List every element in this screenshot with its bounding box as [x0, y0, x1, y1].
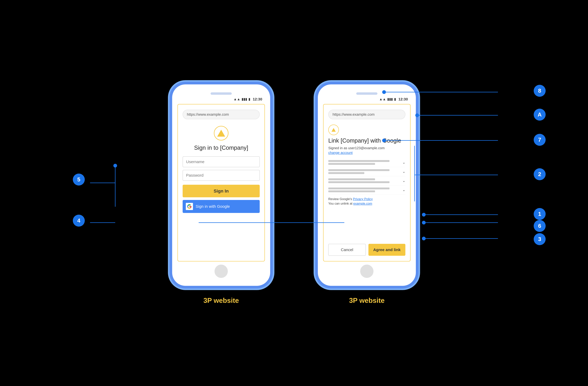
- company-triangle-icon: [217, 130, 225, 136]
- perm-line: [328, 187, 389, 189]
- status-time: 12:30: [253, 97, 262, 101]
- phone1-sign-in-title: Sign in to [Company]: [194, 144, 248, 151]
- signal-icon-2: ▮▮▮: [387, 97, 393, 101]
- privacy-policy-link[interactable]: Privacy Policy: [353, 197, 373, 201]
- phone2-home-button[interactable]: [360, 265, 374, 278]
- main-container: ▲▲ ▮▮▮ ▮ 12:30 https://www.example.com S…: [0, 0, 588, 386]
- phone2-wrapper: ▲▲ ▮▮▮ ▮ 12:30 https://www.example.com L…: [315, 82, 419, 304]
- phone2: ▲▲ ▮▮▮ ▮ 12:30 https://www.example.com L…: [315, 82, 419, 289]
- badge-7: 7: [534, 134, 546, 146]
- link-title: Link [Company] with Google: [328, 137, 405, 144]
- policy-prefix: Review Google's: [328, 197, 353, 201]
- badge-1: 1: [534, 208, 546, 220]
- status-icons: ▲▲ ▮▮▮ ▮: [233, 97, 250, 101]
- svg-point-17: [422, 237, 426, 240]
- status-icons-2: ▲▲ ▮▮▮ ▮: [379, 97, 396, 101]
- permission-item-3: ⌄: [328, 176, 405, 185]
- password-input[interactable]: [183, 170, 260, 181]
- permission-item-1: ⌄: [328, 158, 405, 167]
- battery-icon: ▮: [249, 97, 250, 101]
- phone2-label: 3P website: [349, 296, 385, 304]
- badge-5: 5: [73, 174, 85, 185]
- chevron-icon-1: ⌄: [402, 160, 405, 165]
- phone1-status-bar: ▲▲ ▮▮▮ ▮ 12:30: [177, 97, 265, 101]
- change-account-link[interactable]: change account: [328, 151, 405, 155]
- cancel-button[interactable]: Cancel: [328, 244, 366, 256]
- chevron-icon-3: ⌄: [402, 179, 405, 183]
- svg-point-18: [113, 164, 117, 167]
- perm-line: [328, 169, 389, 171]
- username-input[interactable]: [183, 156, 260, 167]
- sign-in-button[interactable]: Sign In: [183, 185, 260, 197]
- wifi-icon-2: ▲▲: [379, 97, 386, 101]
- permission-list: ⌄ ⌄ ⌄: [328, 158, 405, 195]
- chevron-icon-4: ⌄: [402, 188, 405, 192]
- wifi-icon: ▲▲: [233, 97, 240, 101]
- battery-icon-2: ▮: [394, 97, 396, 101]
- phone1-company-logo: [214, 126, 229, 140]
- phone1-wrapper: ▲▲ ▮▮▮ ▮ 12:30 https://www.example.com S…: [169, 82, 273, 304]
- perm-line: [328, 172, 364, 174]
- badge-6: 6: [534, 220, 546, 232]
- permission-item-2: ⌄: [328, 167, 405, 176]
- signed-in-text: Signed in as user123@example.com: [328, 146, 405, 150]
- badge-A: A: [534, 109, 546, 121]
- chevron-icon-2: ⌄: [402, 169, 405, 174]
- phone2-screen: https://www.example.com Link [Company] w…: [323, 104, 411, 261]
- phone1-screen: https://www.example.com Sign in to [Comp…: [177, 104, 265, 261]
- phone1: ▲▲ ▮▮▮ ▮ 12:30 https://www.example.com S…: [169, 82, 273, 289]
- phone1-home-button[interactable]: [214, 265, 228, 278]
- svg-point-13: [422, 213, 426, 217]
- perm-line: [328, 163, 375, 165]
- phone1-label: 3P website: [203, 296, 239, 304]
- perm-lines-3: [328, 178, 400, 183]
- perm-lines-4: [328, 187, 400, 192]
- permission-item-4: ⌄: [328, 185, 405, 195]
- phone2-url-bar[interactable]: https://www.example.com: [328, 110, 405, 119]
- google-btn-label: Sign in with Google: [196, 204, 230, 209]
- perm-line: [328, 160, 389, 162]
- signal-icon: ▮▮▮: [242, 97, 247, 101]
- google-sign-in-button[interactable]: Sign in with Google: [183, 200, 260, 213]
- badge-2: 2: [534, 168, 546, 180]
- phone2-notch: [356, 92, 378, 95]
- action-buttons: Cancel Agree and link: [328, 244, 405, 256]
- badge-8: 8: [534, 85, 546, 97]
- unlink-text: You can unlink at example.com: [328, 202, 405, 205]
- perm-line: [328, 181, 389, 183]
- annotation-lines: [0, 0, 588, 386]
- badge-4: 4: [73, 215, 85, 227]
- perm-lines-2: [328, 169, 400, 174]
- unlink-site-link[interactable]: example.com: [353, 202, 372, 205]
- company-triangle-sm: [332, 128, 336, 132]
- phone2-company-logo: [328, 125, 339, 135]
- google-icon-wrap: [186, 203, 193, 210]
- agree-link-button[interactable]: Agree and link: [368, 244, 405, 256]
- status-time-2: 12:30: [398, 97, 408, 101]
- google-g-icon: [187, 204, 192, 209]
- badge-3: 3: [534, 233, 546, 245]
- perm-line: [328, 178, 375, 180]
- svg-point-15: [422, 221, 426, 225]
- phone1-url-bar[interactable]: https://www.example.com: [183, 110, 260, 119]
- perm-lines-1: [328, 160, 400, 165]
- phone2-status-bar: ▲▲ ▮▮▮ ▮ 12:30: [323, 97, 411, 101]
- unlink-prefix: You can unlink at: [328, 202, 353, 205]
- perm-line: [328, 190, 375, 192]
- policy-text: Review Google's Privacy Policy: [328, 197, 405, 201]
- phone1-notch: [210, 92, 232, 95]
